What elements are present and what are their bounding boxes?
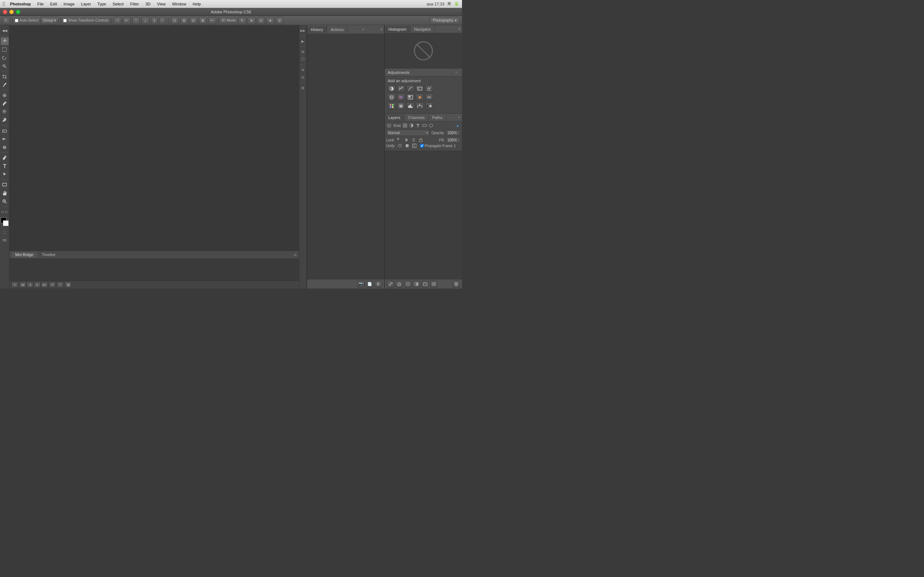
toolbar-collapse[interactable]: ◀◀ [1,27,9,35]
invert-btn[interactable] [397,102,405,110]
mini-bridge-tab[interactable]: Mini Bridge [11,252,37,258]
background-color[interactable] [3,220,9,226]
play-btn[interactable]: ▸ [34,282,40,288]
timeline-tab[interactable]: Timeline [38,252,59,258]
lock-image-btn[interactable] [404,137,409,143]
align-right[interactable]: ⊤ [132,17,140,24]
eraser-tool[interactable] [1,127,9,134]
unify-3[interactable] [412,143,417,148]
color-balance-btn[interactable] [397,94,405,101]
black-white-btn[interactable] [406,94,414,101]
loop-btn[interactable]: ↺ [49,282,56,288]
hand-tool[interactable] [1,189,9,197]
channels-tab[interactable]: Channels [404,114,428,121]
3d-mode-2[interactable]: ⊕ [247,17,255,24]
new-layer-btn[interactable] [430,281,438,287]
align-center-h[interactable]: ⊢ [123,17,131,24]
lock-transparent-btn[interactable] [396,137,402,143]
add-style-btn[interactable] [396,281,403,287]
apple-menu[interactable]:  [3,1,5,7]
menu-view[interactable]: View [154,1,168,7]
delete-history-btn[interactable]: 🗑 [375,281,382,287]
propagate-input[interactable] [420,144,424,148]
paths-tab[interactable]: Paths [429,114,446,121]
adjustment-filter[interactable] [409,122,414,128]
distribute-5[interactable]: ⊢ [208,17,216,24]
menu-edit[interactable]: Edit [47,1,60,7]
add-frame-btn[interactable]: + [57,282,63,288]
histogram-menu-btn[interactable]: ≡ [457,27,462,31]
list-view-btn[interactable]: ≡ [11,282,18,288]
history-brush-tool[interactable] [1,116,9,124]
workspace-dropdown[interactable]: Photography ▾ [430,17,460,24]
info-mid-btn[interactable]: ⓘ [300,56,306,62]
menu-image[interactable]: Image [61,1,78,7]
photo-filter-btn[interactable] [416,94,424,101]
quick-mask-tool[interactable]: ◁ [1,208,4,216]
menu-select[interactable]: Select [110,1,127,7]
type-tool[interactable] [1,162,9,170]
align-middle[interactable]: ≡ [151,17,158,24]
auto-select-input[interactable] [15,19,18,23]
lock-position-btn[interactable] [411,137,417,143]
go-to-first-btn[interactable]: ⏮ [19,282,26,288]
levels-btn[interactable] [397,85,405,92]
menu-help[interactable]: Help [190,1,204,7]
3d-mode-1[interactable]: ↻ [238,17,246,24]
align-bottom[interactable]: ⊦ [159,17,166,24]
delete-frame-btn[interactable]: 🗑 [65,282,71,288]
healing-tool[interactable] [1,91,9,99]
group-dropdown[interactable]: Group ▾ [40,17,58,24]
layers-menu-btn[interactable]: ≡ [456,115,462,120]
foreground-background-colors[interactable] [1,218,9,226]
distribute-3[interactable]: ⊟ [189,17,197,24]
filter-toggle[interactable]: ● [455,122,460,128]
pen-tool[interactable] [1,154,9,161]
navigator-tab[interactable]: Navigator [410,26,435,32]
3d-mode-4[interactable]: ⊗ [267,17,274,24]
eyedropper-tool[interactable] [1,81,9,89]
screen-mode-tool[interactable]: ▷ [5,208,9,216]
marquee-tool[interactable] [1,45,9,53]
lock-all-btn[interactable] [418,137,424,143]
color-lookup-btn[interactable] [388,102,396,110]
posterize-btn[interactable] [406,102,414,110]
delete-layer-btn[interactable] [452,281,460,287]
3d-mode-3[interactable]: ⊖ [257,17,265,24]
close-button[interactable] [3,10,7,14]
bottom-panel-expand[interactable]: ⊟ [294,253,297,257]
history-menu-btn[interactable]: ≡ [379,27,384,31]
move-tool[interactable] [1,37,9,45]
exposure-btn[interactable] [416,85,424,92]
link-layers-btn[interactable] [387,281,394,287]
new-group-btn[interactable] [422,281,429,287]
unify-1[interactable] [397,143,403,148]
table-mid-btn[interactable]: ⊟ [300,74,306,81]
histogram-tab[interactable]: Histogram [385,26,410,32]
align-top[interactable]: ⊥ [142,17,149,24]
3d-button[interactable]: 3D [1,236,9,244]
quick-select-tool[interactable] [1,62,9,70]
threshold-btn[interactable] [416,102,424,110]
create-doc-btn[interactable]: 📄 [366,281,373,287]
align-left[interactable]: ⊣ [113,17,121,24]
history-expand-btn[interactable]: » [361,27,366,31]
shape-filter[interactable] [422,122,427,128]
smart-filter[interactable] [428,122,434,128]
adjustments-menu-btn[interactable]: ≡ [453,70,459,75]
shape-tool[interactable] [1,181,9,189]
blend-mode-select[interactable]: Normal▾ [386,129,430,136]
3d-mode-5[interactable]: ⊘ [276,17,284,24]
unify-2[interactable] [404,143,410,148]
menu-filter[interactable]: Filter [128,1,142,7]
maximize-button[interactable] [16,10,20,14]
play-mid-btn[interactable]: ▶ [300,38,306,44]
opacity-input[interactable]: 100% [446,130,460,135]
menu-file[interactable]: File [34,1,47,7]
show-transform-input[interactable] [63,19,67,23]
auto-select-checkbox[interactable]: Auto-Select: [15,18,39,23]
fill-input[interactable]: 100% [446,137,460,143]
path-selection-tool[interactable] [1,170,9,178]
add-mask-btn[interactable] [404,281,412,287]
vibrance-btn[interactable] [425,85,433,92]
